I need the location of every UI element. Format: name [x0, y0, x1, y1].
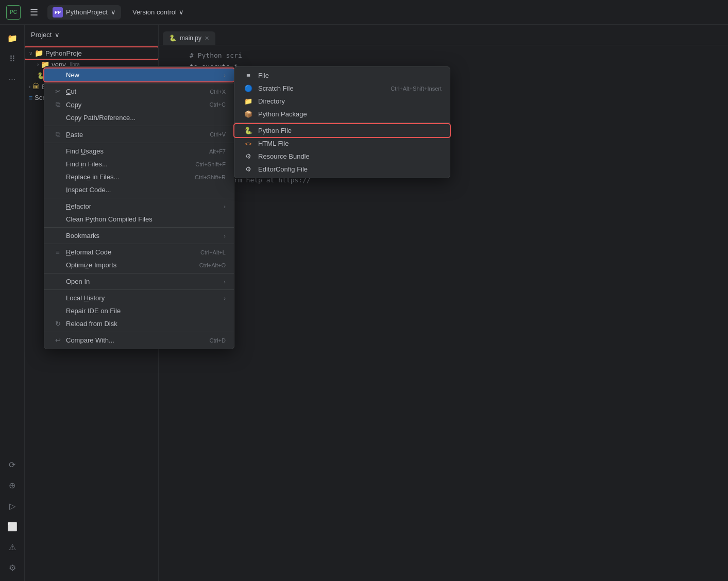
editorconfig-icon: ⚙ [243, 165, 254, 173]
submenu-item-html-file[interactable]: <> HTML File [234, 137, 450, 150]
shortcut-label: Alt+F7 [209, 148, 226, 155]
menu-item-inspect-code[interactable]: Inspect Code... [44, 183, 234, 196]
file-icon: ≡ [243, 72, 254, 79]
submenu-item-resource-bundle[interactable]: ⚙ Resource Bundle [234, 150, 450, 163]
menu-item-label: Clean Python Compiled Files [66, 215, 226, 223]
submenu-arrow-icon: › [224, 279, 226, 285]
menu-item-label: Copy [66, 101, 204, 109]
context-menu-overlay: New › ≡ File 🔵 Scratch File Ctrl+Alt+Shi… [0, 0, 728, 581]
submenu-item-label: Resource Bundle [258, 152, 442, 160]
menu-item-new[interactable]: New › ≡ File 🔵 Scratch File Ctrl+Alt+Shi… [44, 69, 234, 81]
shortcut-label: Ctrl+Alt+O [199, 262, 226, 268]
copy-icon: ⧉ [53, 100, 63, 109]
submenu-item-label: HTML File [258, 140, 442, 147]
submenu-arrow-icon: › [224, 295, 226, 301]
reload-icon: ↻ [53, 320, 63, 328]
menu-separator [44, 126, 234, 126]
menu-item-copy-path[interactable]: Copy Path/Reference... [44, 111, 234, 124]
menu-item-paste[interactable]: ⧉ Paste Ctrl+V [44, 128, 234, 141]
menu-separator [44, 227, 234, 228]
submenu-separator [234, 122, 450, 123]
context-menu: New › ≡ File 🔵 Scratch File Ctrl+Alt+Shi… [44, 66, 234, 349]
shortcut-label: Ctrl+D [210, 337, 226, 344]
menu-item-find-usages[interactable]: Find Usages Alt+F7 [44, 145, 234, 158]
submenu-item-scratch-file[interactable]: 🔵 Scratch File Ctrl+Alt+Shift+Insert [234, 82, 450, 95]
menu-item-reload-from-disk[interactable]: ↻ Reload from Disk [44, 317, 234, 330]
shortcut-label: Ctrl+X [210, 89, 226, 95]
submenu-item-python-package[interactable]: 📦 Python Package [234, 108, 450, 121]
paste-icon: ⧉ [53, 130, 63, 139]
scratch-file-icon: 🔵 [243, 84, 254, 92]
submenu-item-label: Scratch File [258, 84, 391, 92]
menu-item-label: Optimize Imports [66, 261, 193, 269]
new-submenu: ≡ File 🔵 Scratch File Ctrl+Alt+Shift+Ins… [234, 66, 450, 178]
menu-item-compare-with[interactable]: ↩ Compare With... Ctrl+D [44, 334, 234, 347]
compare-icon: ↩ [53, 336, 63, 344]
submenu-arrow-icon: › [224, 233, 226, 239]
menu-item-clean-compiled[interactable]: Clean Python Compiled Files [44, 213, 234, 226]
menu-item-find-in-files[interactable]: Find in Files... Ctrl+Shift+F [44, 158, 234, 170]
menu-item-local-history[interactable]: Local History › [44, 292, 234, 304]
menu-item-label: Reload from Disk [66, 320, 226, 328]
menu-item-label: Copy Path/Reference... [66, 114, 226, 122]
menu-separator [44, 273, 234, 274]
resource-bundle-icon: ⚙ [243, 152, 254, 160]
submenu-item-label: Directory [258, 97, 442, 105]
menu-item-label: Compare With... [66, 336, 204, 344]
submenu-arrow-icon: › [224, 72, 226, 78]
shortcut-label: Ctrl+Shift+R [195, 174, 226, 180]
menu-separator [44, 289, 234, 290]
menu-item-label: Inspect Code... [66, 186, 226, 194]
menu-item-label: Refactor [66, 202, 219, 210]
menu-item-repair-ide[interactable]: Repair IDE on File [44, 304, 234, 317]
menu-item-replace-in-files[interactable]: Replace in Files... Ctrl+Shift+R [44, 170, 234, 183]
submenu-item-label: EditorConfig File [258, 165, 442, 173]
menu-item-label: Replace in Files... [66, 173, 189, 181]
menu-item-label: Local History [66, 294, 219, 302]
menu-item-refactor[interactable]: Refactor › [44, 200, 234, 213]
menu-item-optimize-imports[interactable]: Optimize Imports Ctrl+Alt+O [44, 259, 234, 271]
shortcut-label: Ctrl+Shift+F [195, 161, 226, 167]
shortcut-label: Ctrl+Alt+L [200, 249, 226, 255]
submenu-item-label: Python Package [258, 110, 442, 118]
directory-icon: 📁 [243, 97, 254, 105]
submenu-item-directory[interactable]: 📁 Directory [234, 95, 450, 108]
submenu-item-file[interactable]: ≡ File [234, 69, 450, 82]
menu-item-label: Bookmarks [66, 232, 219, 240]
menu-separator [44, 244, 234, 244]
menu-item-label: Repair IDE on File [66, 307, 226, 315]
shortcut-label: Ctrl+C [210, 101, 226, 108]
menu-separator [44, 143, 234, 143]
menu-item-open-in[interactable]: Open In › [44, 275, 234, 288]
menu-item-label: Open In [66, 278, 219, 285]
submenu-item-editorconfig-file[interactable]: ⚙ EditorConfig File [234, 163, 450, 176]
submenu-arrow-icon: › [224, 203, 226, 210]
menu-item-cut[interactable]: ✂ Cut Ctrl+X [44, 85, 234, 98]
html-file-icon: <> [243, 141, 254, 147]
menu-item-label: Find Usages [66, 147, 203, 155]
reformat-icon: ≡ [53, 248, 63, 256]
menu-item-label: Reformat Code [66, 248, 194, 256]
submenu-item-label: File [258, 72, 442, 79]
cut-icon: ✂ [53, 88, 63, 95]
menu-separator [44, 83, 234, 83]
menu-item-reformat-code[interactable]: ≡ Reformat Code Ctrl+Alt+L [44, 246, 234, 259]
submenu-item-python-file[interactable]: 🐍 Python File [234, 124, 450, 137]
submenu-item-label: Python File [258, 127, 442, 134]
python-package-icon: 📦 [243, 110, 254, 118]
menu-separator [44, 332, 234, 332]
menu-item-label: New [66, 71, 219, 79]
menu-item-label: Paste [66, 131, 204, 139]
menu-item-label: Cut [66, 88, 204, 95]
shortcut-label: Ctrl+V [210, 131, 226, 138]
shortcut-label: Ctrl+Alt+Shift+Insert [391, 86, 442, 92]
menu-item-bookmarks[interactable]: Bookmarks › [44, 229, 234, 242]
python-file-icon: 🐍 [243, 127, 254, 134]
menu-item-copy[interactable]: ⧉ Copy Ctrl+C [44, 98, 234, 111]
menu-item-label: Find in Files... [66, 160, 189, 168]
menu-separator [44, 198, 234, 198]
